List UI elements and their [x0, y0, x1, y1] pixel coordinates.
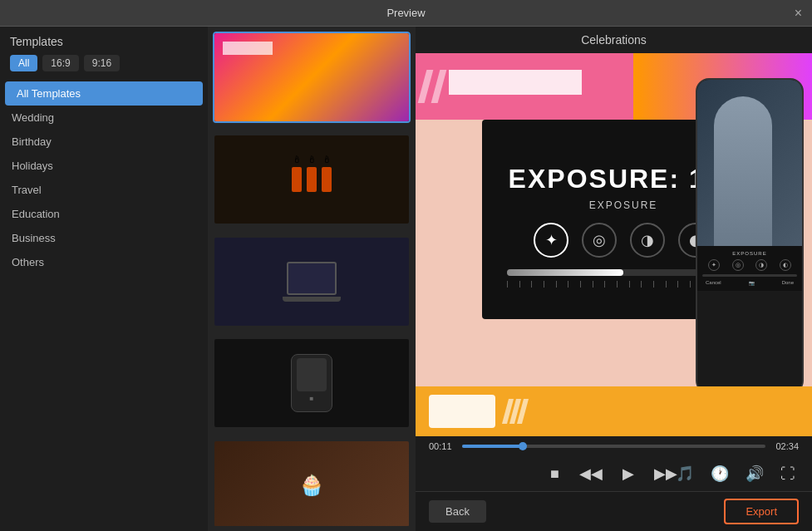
thumb-demo2-label: Demonstration [213, 429, 411, 433]
sidebar-header: Templates All 16:9 9:16 [0, 27, 208, 81]
category-item-birthday[interactable]: Birthday [0, 130, 208, 154]
candle-1 [292, 167, 302, 192]
thumbnail-panel: Celebrations Christmas [208, 27, 416, 531]
preview-content: EXPOSURE: 100 EXPOSURE ✦ ◎ ◑ ◐ [416, 53, 812, 491]
tick [519, 281, 520, 288]
thumb-christmas-label: Christmas [213, 225, 411, 229]
thumb-celebrations-label: Celebrations [213, 123, 411, 127]
export-button[interactable]: Export [724, 499, 799, 524]
progress-thumb [519, 442, 527, 450]
phone-cancel[interactable]: Cancel [706, 280, 721, 286]
stripe-1 [418, 70, 434, 103]
volume-icon[interactable]: 🔊 [742, 463, 767, 484]
category-list: All Templates Wedding Birthday Holidays … [0, 81, 208, 531]
tick [629, 281, 630, 288]
bottom-bar [416, 386, 812, 436]
candle-2 [307, 167, 317, 192]
right-controls: 🎵 🕐 🔊 ⛶ [672, 463, 799, 484]
phone-icon-4[interactable]: ◐ [780, 259, 791, 271]
food-visual: 🧁 [214, 441, 409, 526]
phone-icon-2[interactable]: ◎ [732, 259, 744, 271]
tick [580, 281, 581, 288]
playback-bar: 00:11 02:34 [416, 436, 812, 456]
tick [604, 281, 605, 288]
tick [653, 281, 654, 288]
demo2-visual: ■ [214, 339, 409, 427]
phone-mini: ■ [291, 354, 332, 412]
thumb-christmas-img [213, 134, 411, 225]
top-bar-stripes [422, 70, 447, 111]
preview-bg: EXPOSURE: 100 EXPOSURE ✦ ◎ ◑ ◐ [416, 53, 812, 436]
tick [531, 281, 532, 288]
progress-fill [462, 445, 523, 448]
category-item-holidays[interactable]: Holidays [0, 154, 208, 178]
phone-bottom-ui: EXPOSURE ✦ ◎ ◑ ◐ Cancel [697, 246, 802, 291]
tick [556, 281, 557, 288]
thumb-food[interactable]: 🧁 [213, 440, 411, 526]
tick [544, 281, 544, 288]
category-item-wedding[interactable]: Wedding [0, 106, 208, 130]
clock-icon[interactable]: 🕐 [707, 463, 732, 484]
aspect-tab-916[interactable]: 9:16 [84, 55, 120, 71]
exp-icon-contrast[interactable]: ◑ [630, 223, 665, 258]
fullscreen-icon[interactable]: ⛶ [777, 463, 799, 484]
exposure-sub: EXPOSURE [589, 199, 658, 211]
controls-bar: ■ ◀◀ ▶ ▶▶ 🎵 🕐 🔊 ⛶ [416, 456, 812, 491]
category-item-education[interactable]: Education [0, 202, 208, 226]
phone-video-icon: 📷 [749, 280, 755, 286]
exp-icon-circle[interactable]: ◎ [582, 223, 617, 258]
category-item-others[interactable]: Others [0, 250, 208, 274]
tick [507, 281, 508, 288]
candle-3 [322, 167, 332, 192]
phone-mockup: EXPOSURE ✦ ◎ ◑ ◐ Cancel [696, 78, 804, 394]
action-bar: Back Export [416, 491, 812, 531]
phone-icon-3[interactable]: ◑ [755, 259, 767, 271]
total-time: 02:34 [772, 441, 799, 451]
sidebar-title: Templates [10, 35, 198, 48]
tick [666, 281, 667, 288]
thumb-demo2[interactable]: ■ Demonstration [213, 337, 411, 433]
preview-canvas: EXPOSURE: 100 EXPOSURE ✦ ◎ ◑ ◐ [416, 53, 812, 436]
tick [641, 281, 642, 288]
preview-title: Celebrations [416, 27, 812, 53]
phone-screen: EXPOSURE ✦ ◎ ◑ ◐ Cancel [697, 80, 802, 392]
category-item-travel[interactable]: Travel [0, 178, 208, 202]
bottom-stripe [505, 395, 539, 428]
preview-area: Celebrations [416, 27, 812, 531]
thumb-demo1-label: Demonstration [213, 327, 411, 332]
close-button[interactable]: × [795, 7, 802, 20]
title-bar: Preview × [0, 0, 812, 27]
back-button[interactable]: Back [429, 500, 486, 523]
laptop-base [283, 297, 341, 302]
exp-icon-magic[interactable]: ✦ [534, 223, 568, 258]
thumb-demo1[interactable]: Demonstration [213, 236, 411, 332]
tick [677, 281, 678, 288]
aspect-tab-169[interactable]: 16:9 [42, 55, 78, 71]
title-bar-title: Preview [386, 7, 425, 19]
christmas-visual [214, 135, 409, 224]
top-bar-left [416, 53, 633, 120]
category-item-business[interactable]: Business [0, 226, 208, 250]
demo1-visual [214, 238, 409, 326]
aspect-tab-all[interactable]: All [10, 55, 37, 71]
tick [690, 281, 691, 288]
thumb-christmas[interactable]: Christmas [213, 134, 411, 229]
exposure-icons: ✦ ◎ ◑ ◐ [534, 223, 713, 258]
audio-icon[interactable]: 🎵 [672, 463, 697, 484]
progress-track[interactable] [462, 445, 765, 448]
stop-button[interactable]: ■ [547, 463, 563, 484]
bottom-white-shape [429, 395, 495, 428]
category-item-all-templates[interactable]: All Templates [5, 81, 203, 106]
phone-icons-row: ✦ ◎ ◑ ◐ [702, 259, 797, 271]
thumb-demo1-img [213, 236, 411, 327]
prev-frame-button[interactable]: ◀◀ [576, 463, 606, 484]
exposure-slider-fill [507, 269, 623, 276]
phone-actions: Cancel 📷 Done [702, 280, 797, 286]
thumb-food-img: 🧁 [213, 440, 411, 526]
phone-icon-1[interactable]: ✦ [708, 259, 720, 271]
phone-done[interactable]: Done [782, 280, 794, 286]
play-button[interactable]: ▶ [619, 463, 637, 484]
tick [593, 281, 593, 288]
top-bar-white-rect [449, 70, 582, 95]
thumb-celebrations[interactable]: Celebrations [213, 32, 411, 127]
